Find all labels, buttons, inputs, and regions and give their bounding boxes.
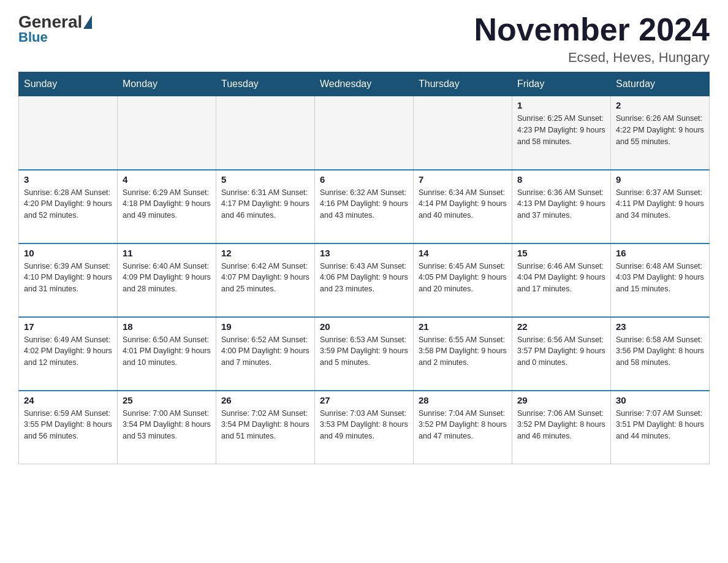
calendar-week-row: 17Sunrise: 6:49 AM Sunset: 4:02 PM Dayli… <box>19 317 710 391</box>
location-text: Ecsed, Heves, Hungary <box>474 50 710 66</box>
day-number: 15 <box>517 248 605 258</box>
day-info: Sunrise: 6:31 AM Sunset: 4:17 PM Dayligh… <box>221 187 309 221</box>
calendar-day-cell: 2Sunrise: 6:26 AM Sunset: 4:22 PM Daylig… <box>611 96 710 170</box>
day-number: 14 <box>419 248 507 258</box>
day-info: Sunrise: 7:07 AM Sunset: 3:51 PM Dayligh… <box>616 408 704 442</box>
calendar-day-cell: 13Sunrise: 6:43 AM Sunset: 4:06 PM Dayli… <box>315 243 414 317</box>
calendar-day-cell: 17Sunrise: 6:49 AM Sunset: 4:02 PM Dayli… <box>19 317 118 391</box>
day-info: Sunrise: 6:36 AM Sunset: 4:13 PM Dayligh… <box>517 187 605 221</box>
day-header-tuesday: Tuesday <box>216 72 315 96</box>
calendar-day-cell: 15Sunrise: 6:46 AM Sunset: 4:04 PM Dayli… <box>512 243 611 317</box>
calendar-day-cell: 10Sunrise: 6:39 AM Sunset: 4:10 PM Dayli… <box>19 243 118 317</box>
calendar-day-cell: 4Sunrise: 6:29 AM Sunset: 4:18 PM Daylig… <box>118 170 216 243</box>
day-number: 21 <box>419 321 507 332</box>
logo: General Blue <box>18 12 93 45</box>
day-info: Sunrise: 6:29 AM Sunset: 4:18 PM Dayligh… <box>123 187 211 221</box>
calendar-day-cell: 11Sunrise: 6:40 AM Sunset: 4:09 PM Dayli… <box>118 243 216 317</box>
calendar-day-cell: 12Sunrise: 6:42 AM Sunset: 4:07 PM Dayli… <box>216 243 315 317</box>
calendar-week-row: 1Sunrise: 6:25 AM Sunset: 4:23 PM Daylig… <box>19 96 710 170</box>
calendar-day-cell: 16Sunrise: 6:48 AM Sunset: 4:03 PM Dayli… <box>611 243 710 317</box>
day-number: 4 <box>123 174 211 185</box>
calendar-week-row: 10Sunrise: 6:39 AM Sunset: 4:10 PM Dayli… <box>19 243 710 317</box>
day-number: 23 <box>616 321 704 332</box>
calendar-day-cell <box>315 96 414 170</box>
day-header-monday: Monday <box>118 72 216 96</box>
day-number: 27 <box>320 395 408 405</box>
day-info: Sunrise: 7:00 AM Sunset: 3:54 PM Dayligh… <box>123 408 211 442</box>
day-number: 10 <box>24 248 112 258</box>
day-number: 25 <box>123 395 211 405</box>
calendar-day-cell: 21Sunrise: 6:55 AM Sunset: 3:58 PM Dayli… <box>414 317 512 391</box>
day-info: Sunrise: 7:06 AM Sunset: 3:52 PM Dayligh… <box>517 408 605 442</box>
title-area: November 2024 Ecsed, Heves, Hungary <box>474 12 710 66</box>
day-number: 1 <box>517 100 605 110</box>
day-info: Sunrise: 6:37 AM Sunset: 4:11 PM Dayligh… <box>616 187 704 221</box>
day-number: 13 <box>320 248 408 258</box>
calendar-day-cell: 6Sunrise: 6:32 AM Sunset: 4:16 PM Daylig… <box>315 170 414 243</box>
day-info: Sunrise: 6:59 AM Sunset: 3:55 PM Dayligh… <box>24 408 112 442</box>
calendar-week-row: 3Sunrise: 6:28 AM Sunset: 4:20 PM Daylig… <box>19 170 710 243</box>
day-header-thursday: Thursday <box>414 72 512 96</box>
calendar-day-cell: 3Sunrise: 6:28 AM Sunset: 4:20 PM Daylig… <box>19 170 118 243</box>
calendar-week-row: 24Sunrise: 6:59 AM Sunset: 3:55 PM Dayli… <box>19 391 710 464</box>
day-info: Sunrise: 6:58 AM Sunset: 3:56 PM Dayligh… <box>616 334 704 369</box>
day-number: 9 <box>616 174 704 185</box>
day-info: Sunrise: 6:34 AM Sunset: 4:14 PM Dayligh… <box>419 187 507 221</box>
day-info: Sunrise: 6:42 AM Sunset: 4:07 PM Dayligh… <box>221 261 309 295</box>
day-number: 3 <box>24 174 112 185</box>
day-info: Sunrise: 6:46 AM Sunset: 4:04 PM Dayligh… <box>517 261 605 295</box>
calendar-day-cell: 7Sunrise: 6:34 AM Sunset: 4:14 PM Daylig… <box>414 170 512 243</box>
page-header: General Blue November 2024 Ecsed, Heves,… <box>18 12 710 66</box>
calendar-day-cell: 19Sunrise: 6:52 AM Sunset: 4:00 PM Dayli… <box>216 317 315 391</box>
calendar-day-cell: 25Sunrise: 7:00 AM Sunset: 3:54 PM Dayli… <box>118 391 216 464</box>
day-number: 29 <box>517 395 605 405</box>
day-info: Sunrise: 6:55 AM Sunset: 3:58 PM Dayligh… <box>419 334 507 369</box>
calendar-header-row: SundayMondayTuesdayWednesdayThursdayFrid… <box>19 72 710 96</box>
day-info: Sunrise: 6:53 AM Sunset: 3:59 PM Dayligh… <box>320 334 408 369</box>
calendar-day-cell: 24Sunrise: 6:59 AM Sunset: 3:55 PM Dayli… <box>19 391 118 464</box>
calendar-day-cell: 9Sunrise: 6:37 AM Sunset: 4:11 PM Daylig… <box>611 170 710 243</box>
day-number: 5 <box>221 174 309 185</box>
calendar-table: SundayMondayTuesdayWednesdayThursdayFrid… <box>18 72 710 464</box>
day-number: 6 <box>320 174 408 185</box>
day-header-saturday: Saturday <box>611 72 710 96</box>
month-title: November 2024 <box>474 12 710 47</box>
day-info: Sunrise: 7:04 AM Sunset: 3:52 PM Dayligh… <box>419 408 507 442</box>
calendar-day-cell <box>19 96 118 170</box>
calendar-day-cell: 27Sunrise: 7:03 AM Sunset: 3:53 PM Dayli… <box>315 391 414 464</box>
calendar-day-cell: 8Sunrise: 6:36 AM Sunset: 4:13 PM Daylig… <box>512 170 611 243</box>
calendar-day-cell: 1Sunrise: 6:25 AM Sunset: 4:23 PM Daylig… <box>512 96 611 170</box>
day-header-wednesday: Wednesday <box>315 72 414 96</box>
logo-blue-text: Blue <box>18 29 48 45</box>
calendar-day-cell: 30Sunrise: 7:07 AM Sunset: 3:51 PM Dayli… <box>611 391 710 464</box>
day-number: 17 <box>24 321 112 332</box>
day-info: Sunrise: 7:03 AM Sunset: 3:53 PM Dayligh… <box>320 408 408 442</box>
day-number: 18 <box>123 321 211 332</box>
day-info: Sunrise: 6:40 AM Sunset: 4:09 PM Dayligh… <box>123 261 211 295</box>
day-number: 30 <box>616 395 704 405</box>
day-number: 11 <box>123 248 211 258</box>
day-info: Sunrise: 6:49 AM Sunset: 4:02 PM Dayligh… <box>24 334 112 369</box>
day-number: 20 <box>320 321 408 332</box>
calendar-day-cell: 26Sunrise: 7:02 AM Sunset: 3:54 PM Dayli… <box>216 391 315 464</box>
day-number: 7 <box>419 174 507 185</box>
day-number: 8 <box>517 174 605 185</box>
day-info: Sunrise: 6:45 AM Sunset: 4:05 PM Dayligh… <box>419 261 507 295</box>
calendar-day-cell <box>118 96 216 170</box>
calendar-day-cell <box>414 96 512 170</box>
day-info: Sunrise: 6:56 AM Sunset: 3:57 PM Dayligh… <box>517 334 605 369</box>
day-info: Sunrise: 6:52 AM Sunset: 4:00 PM Dayligh… <box>221 334 309 369</box>
day-info: Sunrise: 6:28 AM Sunset: 4:20 PM Dayligh… <box>24 187 112 221</box>
day-number: 16 <box>616 248 704 258</box>
day-info: Sunrise: 6:48 AM Sunset: 4:03 PM Dayligh… <box>616 261 704 295</box>
calendar-day-cell: 22Sunrise: 6:56 AM Sunset: 3:57 PM Dayli… <box>512 317 611 391</box>
calendar-day-cell: 14Sunrise: 6:45 AM Sunset: 4:05 PM Dayli… <box>414 243 512 317</box>
logo-triangle-icon <box>83 15 92 29</box>
day-info: Sunrise: 6:39 AM Sunset: 4:10 PM Dayligh… <box>24 261 112 295</box>
day-info: Sunrise: 7:02 AM Sunset: 3:54 PM Dayligh… <box>221 408 309 442</box>
day-info: Sunrise: 6:25 AM Sunset: 4:23 PM Dayligh… <box>517 113 605 147</box>
calendar-day-cell <box>216 96 315 170</box>
calendar-day-cell: 18Sunrise: 6:50 AM Sunset: 4:01 PM Dayli… <box>118 317 216 391</box>
calendar-day-cell: 23Sunrise: 6:58 AM Sunset: 3:56 PM Dayli… <box>611 317 710 391</box>
day-info: Sunrise: 6:50 AM Sunset: 4:01 PM Dayligh… <box>123 334 211 369</box>
